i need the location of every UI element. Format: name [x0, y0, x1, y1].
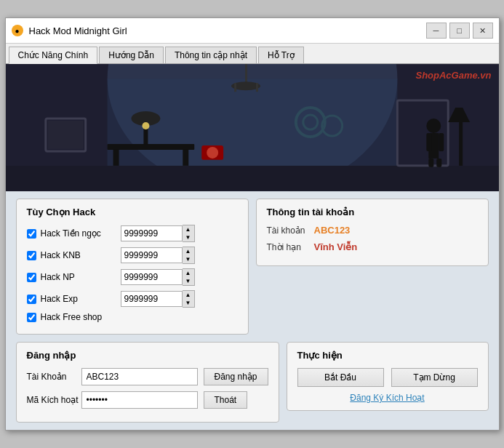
spin-up-tien-ngoc[interactable]: ▲	[183, 225, 194, 233]
login-panel: Đăng nhập Tài Khoản Đăng nhập Mã Kích ho…	[16, 342, 279, 423]
account-row-username: Tài khoản ABC123	[267, 225, 478, 236]
checkbox-exp[interactable]	[27, 295, 36, 304]
account-label: Tài khoản	[267, 225, 314, 236]
top-section: Tùy Chọn Hack Hack Tiền ngọc ▲ ▼	[16, 199, 489, 342]
arrows-exp: ▲ ▼	[183, 290, 195, 308]
svg-rect-14	[234, 83, 236, 92]
svg-point-20	[426, 119, 441, 133]
tab-bar: Chức Năng Chính Hướng Dẫn Thông tin cập …	[6, 44, 499, 64]
spinbox-tien-ngoc: ▲ ▼	[121, 225, 195, 242]
login-title: Đăng nhập	[27, 350, 268, 361]
spinbox-knb: ▲ ▼	[121, 247, 195, 264]
arrows-tien-ngoc: ▲ ▼	[183, 225, 195, 242]
spin-down-knb[interactable]: ▼	[183, 255, 194, 263]
svg-rect-6	[183, 150, 188, 166]
tab-cap-nhat[interactable]: Thông tin cập nhật	[165, 47, 257, 63]
action-buttons: Bắt Đầu Tạm Dừng	[297, 368, 478, 387]
hack-options-box: Tùy Chọn Hack Hack Tiền ngọc ▲ ▼	[16, 199, 249, 335]
account-info-box: Thông tin tài khoản Tài khoản ABC123 Thờ…	[256, 199, 489, 266]
start-button[interactable]: Bắt Đầu	[297, 368, 384, 387]
spin-up-knb[interactable]: ▲	[183, 247, 194, 255]
banner-brand: ShopAcGame.vn	[415, 70, 491, 81]
checkbox-tien-ngoc[interactable]	[27, 229, 36, 239]
arrows-knb: ▲ ▼	[183, 247, 195, 264]
title-bar-left: ● Hack Mod Midnight Girl	[12, 25, 127, 36]
svg-rect-24	[428, 159, 433, 167]
action-panel: Thực hiện Bắt Đầu Tạm Dừng Đăng Ký Kích …	[287, 342, 489, 423]
tab-huong-dan[interactable]: Hướng Dẫn	[99, 47, 164, 63]
spin-up-exp[interactable]: ▲	[183, 291, 194, 299]
action-box: Thực hiện Bắt Đầu Tạm Dừng Đăng Ký Kích …	[287, 342, 489, 411]
expiry-value: Vĩnh Viễn	[314, 241, 358, 252]
arrows-np: ▲ ▼	[183, 268, 195, 286]
account-value: ABC123	[314, 225, 351, 236]
bottom-row: Đăng nhập Tài Khoản Đăng nhập Mã Kích ho…	[16, 342, 489, 423]
game-banner: ShopAcGame.vn	[6, 64, 499, 191]
svg-rect-3	[6, 166, 499, 191]
hack-options-panel: Tùy Chọn Hack Hack Tiền ngọc ▲ ▼	[16, 199, 249, 342]
svg-rect-29	[47, 121, 83, 149]
hack-option-np: Hack NP ▲ ▼	[27, 268, 238, 286]
maximize-button[interactable]: □	[449, 23, 470, 39]
hack-option-knb: Hack KNB ▲ ▼	[27, 247, 238, 264]
tab-ho-tro[interactable]: Hỗ Trợ	[258, 47, 304, 63]
hack-option-exp: Hack Exp ▲ ▼	[27, 290, 238, 308]
spin-up-np[interactable]: ▲	[183, 269, 194, 277]
label-knb: Hack KNB	[41, 250, 121, 260]
account-field-label: Tài Khoản	[27, 372, 81, 382]
login-account-row: Tài Khoản Đăng nhập	[27, 368, 268, 385]
input-exp[interactable]	[121, 291, 183, 307]
svg-point-9	[142, 122, 149, 129]
main-content: Tùy Chọn Hack Hack Tiền ngọc ▲ ▼	[6, 191, 499, 430]
pause-button[interactable]: Tạm Dừng	[391, 368, 478, 387]
svg-rect-23	[439, 133, 444, 151]
input-tien-ngoc[interactable]	[121, 225, 183, 241]
tab-chuc-nang[interactable]: Chức Năng Chính	[9, 47, 98, 64]
label-free-shop: Hack Free shop	[41, 312, 121, 322]
spin-down-exp[interactable]: ▼	[183, 299, 194, 307]
svg-rect-25	[436, 159, 441, 167]
login-box: Đăng nhập Tài Khoản Đăng nhập Mã Kích ho…	[16, 342, 279, 423]
label-np: Hack NP	[41, 272, 121, 282]
hack-option-free-shop: Hack Free shop	[27, 312, 238, 322]
close-button[interactable]: ✕	[473, 23, 493, 39]
spin-down-np[interactable]: ▼	[183, 277, 194, 285]
checkbox-np[interactable]	[27, 273, 36, 282]
account-info-content: Tài khoản ABC123 Thời hạn Vĩnh Viễn	[267, 225, 478, 252]
login-button[interactable]: Đăng nhập	[204, 368, 268, 385]
exit-button[interactable]: Thoát	[204, 391, 248, 409]
checkbox-free-shop[interactable]	[27, 313, 36, 322]
checkbox-knb[interactable]	[27, 251, 36, 260]
register-link[interactable]: Đăng Ký Kích Hoạt	[297, 393, 478, 403]
window-title: Hack Mod Midnight Girl	[29, 25, 127, 36]
account-input[interactable]	[81, 368, 198, 385]
svg-rect-5	[113, 150, 119, 166]
input-knb[interactable]	[121, 247, 183, 263]
spinbox-exp: ▲ ▼	[121, 290, 195, 308]
action-title: Thực hiện	[297, 350, 478, 361]
account-row-expiry: Thời hạn Vĩnh Viễn	[267, 241, 478, 252]
app-icon: ●	[12, 25, 23, 36]
spinbox-np: ▲ ▼	[121, 268, 195, 286]
login-password-row: Mã Kích hoạt Thoát	[27, 391, 268, 409]
minimize-button[interactable]: ─	[426, 23, 447, 39]
password-input[interactable]	[81, 391, 198, 409]
svg-rect-26	[459, 122, 463, 166]
title-bar: ● Hack Mod Midnight Girl ─ □ ✕	[6, 18, 499, 44]
hack-options-title: Tùy Chọn Hack	[27, 207, 238, 217]
password-field-label: Mã Kích hoạt	[27, 395, 81, 405]
account-info-panel: Thông tin tài khoản Tài khoản ABC123 Thờ…	[256, 199, 489, 342]
expiry-label: Thời hạn	[267, 242, 314, 252]
main-window: ● Hack Mod Midnight Girl ─ □ ✕ Chức Năng…	[5, 17, 500, 431]
svg-rect-22	[426, 133, 431, 151]
window-controls: ─ □ ✕	[426, 23, 493, 39]
label-exp: Hack Exp	[41, 294, 121, 304]
svg-rect-4	[107, 144, 194, 150]
input-np[interactable]	[121, 269, 183, 285]
account-info-title: Thông tin tài khoản	[267, 207, 478, 217]
spin-down-tien-ngoc[interactable]: ▼	[183, 233, 194, 241]
svg-rect-15	[255, 83, 257, 92]
hack-option-tien-ngoc: Hack Tiền ngọc ▲ ▼	[27, 225, 238, 242]
label-tien-ngoc: Hack Tiền ngọc	[41, 228, 121, 239]
svg-point-11	[207, 147, 218, 159]
